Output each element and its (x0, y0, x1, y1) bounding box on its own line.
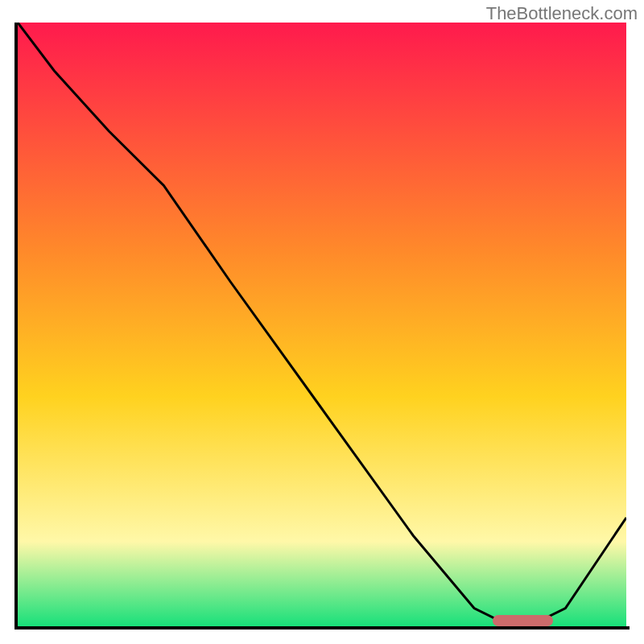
axis-frame (14, 23, 630, 630)
chart-container: TheBottleneck.com (0, 0, 644, 644)
watermark-text: TheBottleneck.com (486, 3, 638, 24)
